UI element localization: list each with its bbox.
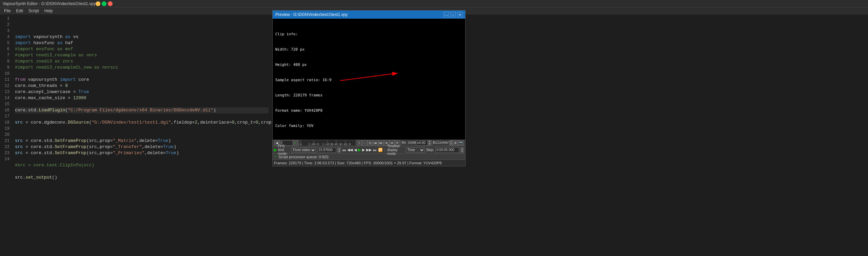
code-line-7	[15, 71, 269, 77]
zoom-value-input[interactable]	[416, 140, 428, 146]
clip-info: Clip info: Width: 720 px Height: 480 px …	[275, 21, 361, 140]
minimize-button[interactable]: —	[96, 1, 100, 6]
code-line-22: #src = core.text.ClipInfo(src)	[15, 162, 269, 168]
timeline-mode-select[interactable]: Time Frames	[406, 147, 425, 153]
check-icon: ✓	[274, 154, 277, 159]
close-button[interactable]: ✕	[108, 1, 113, 6]
step-label: Step:	[426, 148, 434, 152]
timeline-btn-fit[interactable]: ⊡	[368, 140, 373, 146]
playback-controls: ▶ FPS limit mode: From video Custom No l…	[273, 146, 465, 154]
main-area: 123456789101112131415161718192021222324 …	[0, 14, 868, 256]
timeline-ruler[interactable]: 0 1:00:0 1:40:0 1:48:0 1:40:0	[300, 140, 355, 146]
code-line-21	[15, 156, 269, 162]
script-queue: ✓ Script processor queue: 0:0(0)	[273, 154, 465, 160]
play-button[interactable]: ▶	[274, 147, 277, 153]
code-line-3: #import mvsfunc as mvf	[15, 46, 269, 52]
menu-script[interactable]: Script	[26, 8, 42, 13]
fps-spinbox[interactable]: ▲ ▼	[337, 147, 341, 153]
timeline-btn-end[interactable]: ⏭	[378, 140, 384, 146]
timeline-bar: ◀ ✓ 0 1:00:0 1:40:0 1:48:0 1:40:0 + -	[273, 140, 465, 146]
preview-title: Preview - G:\DGNVindex\test1\test1.vpy	[275, 14, 443, 17]
zoom-up[interactable]: ▲	[428, 140, 431, 143]
code-line-17	[15, 132, 269, 138]
timeline-btn-settings[interactable]: ⚙	[453, 140, 458, 146]
separator2	[432, 141, 432, 145]
menu-file[interactable]: File	[1, 8, 13, 13]
fps-value-input[interactable]	[317, 147, 336, 153]
preview-video-area: Clip info: Width: 720 px Height: 480 px …	[273, 19, 465, 140]
filter-down[interactable]: ▼	[449, 143, 453, 146]
step-input[interactable]	[435, 147, 459, 153]
maximize-button[interactable]: □	[102, 1, 106, 6]
transport-fwd-end[interactable]: ⏭	[373, 147, 377, 153]
timeline-btn-check[interactable]: ✓	[293, 140, 298, 146]
clip-color-family: Color family: YUV	[275, 123, 361, 128]
clip-info-label: Clip info:	[275, 32, 361, 37]
code-line-24: src.set_output()	[15, 175, 269, 181]
preview-window: Preview - G:\DGNVindex\test1\test1.vpy —…	[272, 14, 466, 166]
editor-panel: 123456789101112131415161718192021222324 …	[0, 14, 271, 256]
script-queue-text: Script processor queue: 0:0(0)	[278, 155, 329, 159]
preview-minimize[interactable]: —	[443, 14, 449, 17]
clip-height: Height: 480 px	[275, 62, 361, 67]
code-line-13: core.std.LoadPlugin("C:/Program Files/dg…	[15, 107, 269, 113]
code-line-8: from vapoursynth import core	[15, 77, 269, 83]
code-line-23	[15, 168, 269, 175]
menu-help[interactable]: Help	[42, 8, 56, 13]
step-up[interactable]: ▲	[460, 147, 464, 150]
code-line-19: src = core.std.SetFrameProp(src,prop="_T…	[15, 144, 269, 150]
app-title: VapourSynth Editor - G:\DGNVindex\test1\…	[3, 1, 96, 6]
clip-length: Length: 228179 frames	[275, 93, 361, 98]
preview-maximize[interactable]: □	[450, 14, 456, 17]
transport-back-frame[interactable]: ◀	[354, 147, 357, 153]
clip-width: Width: 720 px	[275, 47, 361, 52]
filter-label: Bilinear	[433, 141, 449, 145]
code-content[interactable]: import vapoursynth as vsimport havsfunc …	[12, 14, 271, 256]
clip-sample-type: Sample type: Integer	[275, 139, 361, 140]
transport-back-fast[interactable]: ◀◀	[347, 147, 353, 153]
clip-format: Format name: YUV420P8	[275, 108, 361, 113]
fps-mode-label: FPS limit mode:	[278, 144, 290, 156]
status-text: Frames: 228179 | Time: 2:06:53.573 | Siz…	[274, 161, 442, 165]
transport-back-end[interactable]: ⏮	[342, 147, 346, 153]
timeline-btn-home[interactable]: ⏮	[373, 140, 378, 146]
transport-loop[interactable]: 🔁	[378, 147, 383, 153]
code-line-10: core.accept_lowercase = True	[15, 89, 269, 95]
preview-window-controls: — □ ✕	[443, 14, 462, 17]
window-controls: — □ ✕	[96, 1, 113, 6]
fps-down[interactable]: ▼	[337, 150, 341, 153]
code-line-4: #import nnedi3_resample as nnrs	[15, 52, 269, 58]
transport-fwd-fast[interactable]: ▶▶	[366, 147, 372, 153]
step-spinbox[interactable]: ▲ ▼	[460, 147, 464, 153]
code-area[interactable]: 123456789101112131415161718192021222324 …	[0, 14, 271, 256]
fps-up[interactable]: ▲	[337, 147, 341, 150]
code-line-9: core.num_threads = 8	[15, 83, 269, 89]
filter-up[interactable]: ▲	[449, 140, 453, 143]
transport-fwd-frame[interactable]: ▶	[362, 147, 365, 153]
code-line-2: import havsfunc as haf	[15, 40, 269, 46]
clip-aspect: Sample aspect ratio: 16:9	[275, 77, 361, 83]
code-line-18: src = core.std.SetFrameProp(src,prop="_M…	[15, 138, 269, 144]
code-line-5: #import znedi3 as znrs	[15, 58, 269, 65]
fps-mode-select[interactable]: From video Custom No limit	[291, 147, 316, 153]
preview-title-bar[interactable]: Preview - G:\DGNVindex\test1\test1.vpy —…	[273, 14, 465, 19]
zoom-spinbox[interactable]: ▲ ▼	[428, 140, 431, 146]
preview-close[interactable]: ✕	[457, 14, 462, 17]
timeline-btn-zoom-in[interactable]: +	[357, 140, 362, 146]
timeline-mode-label: Timeline display mode:	[387, 144, 405, 156]
code-line-15: src = core.dgdeconv.DGSource("G:/DGNVind…	[15, 120, 269, 126]
timeline-btn-screenshot[interactable]: 📷	[458, 140, 464, 146]
sep3	[385, 148, 385, 152]
line-numbers: 123456789101112131415161718192021222324	[0, 14, 12, 256]
code-line-20: src = core.std.SetFrameProp(src,prop="_P…	[15, 150, 269, 156]
preview-status-bar: Frames: 228179 | Time: 2:06:53.573 | Siz…	[273, 160, 465, 166]
code-line-14	[15, 113, 269, 120]
filter-spinbox[interactable]: ▲ ▼	[449, 140, 453, 146]
zoom-down[interactable]: ▼	[428, 143, 431, 146]
step-down[interactable]: ▼	[460, 150, 464, 153]
timeline-btn-zoom-out[interactable]: -	[362, 140, 368, 146]
menu-edit[interactable]: Edit	[13, 8, 26, 13]
code-line-16	[15, 126, 269, 132]
title-bar: VapourSynth Editor - G:\DGNVindex\test1\…	[0, 0, 868, 7]
transport-play[interactable]: ▶	[358, 147, 361, 153]
